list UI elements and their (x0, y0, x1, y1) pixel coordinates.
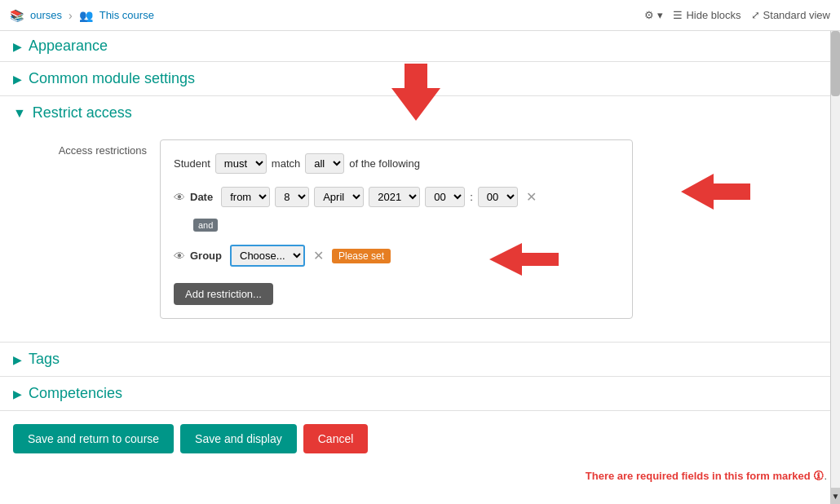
hour-select[interactable]: 00 (425, 187, 465, 207)
this-course-link[interactable]: This course (99, 9, 154, 21)
year-select[interactable]: 2021 (369, 187, 420, 207)
breadcrumb: 📚 ourses › 👥 This course (10, 9, 154, 22)
access-restrictions-row: Access restrictions Student must match a… (13, 139, 827, 319)
access-restrictions-label: Access restrictions (13, 139, 160, 157)
required-fields-msg: There are required fields in this form m… (0, 466, 840, 485)
cancel-btn[interactable]: Cancel (303, 424, 369, 453)
remove-date-btn[interactable]: ✕ (523, 189, 540, 205)
blocks-icon: ☰ (673, 9, 683, 21)
please-set-badge: Please set (332, 249, 391, 263)
scrollbar[interactable]: ▼ (830, 31, 840, 504)
competencies-section-header[interactable]: ▶ Competencies (0, 377, 840, 411)
page-content: ▶ Appearance ▶ Common module settings ▼ … (0, 31, 840, 504)
from-select[interactable]: from (221, 187, 270, 207)
minute-select[interactable]: 00 (478, 187, 518, 207)
eye-icon[interactable]: 👁 (174, 191, 185, 204)
top-bar: 📚 ourses › 👥 This course ⚙ ▾ ☰ Hide bloc… (0, 0, 840, 31)
date-label: Date (190, 191, 213, 203)
top-bar-actions: ⚙ ▾ ☰ Hide blocks ⤢ Standard view (644, 9, 830, 21)
chevron-right-icon-4: ▶ (13, 387, 22, 400)
people-icon: 👥 (79, 9, 93, 22)
group-condition-row: 👁 Group Choose... ✕ Please set (174, 245, 619, 267)
and-badge: and (174, 215, 619, 238)
add-restriction-btn[interactable]: Add restriction... (174, 283, 273, 305)
scroll-thumb[interactable] (831, 31, 840, 96)
expand-icon: ⤢ (751, 9, 760, 21)
group-select[interactable]: Choose... (230, 245, 305, 267)
match-label: match (272, 157, 300, 170)
gear-menu-btn[interactable]: ⚙ ▾ (644, 9, 663, 21)
group-label: Group (190, 250, 222, 262)
courses-icon: 📚 (10, 9, 24, 22)
restrict-access-section: ▼ Restrict access Access restrictions St… (0, 96, 840, 343)
courses-link[interactable]: ourses (30, 9, 62, 21)
of-following-label: of the following (349, 157, 420, 170)
must-select[interactable]: must (215, 153, 267, 174)
restrict-access-body: Access restrictions Student must match a… (0, 130, 840, 342)
chevron-right-icon-3: ▶ (13, 353, 22, 366)
student-match-row: Student must match all of the following (174, 153, 619, 174)
add-restriction-container: Add restriction... (174, 276, 619, 305)
time-separator: : (470, 191, 473, 203)
scroll-down-btn[interactable]: ▼ (831, 488, 840, 504)
chevron-right-icon: ▶ (13, 40, 22, 53)
all-select[interactable]: all (305, 153, 344, 174)
competencies-title: Competencies (29, 385, 122, 402)
eye-icon-2[interactable]: 👁 (174, 250, 185, 263)
action-bar: Save and return to course Save and displ… (0, 411, 840, 466)
remove-group-btn[interactable]: ✕ (310, 248, 327, 263)
gear-icon: ⚙ (644, 9, 654, 21)
student-label: Student (174, 157, 210, 170)
tags-title: Tags (29, 351, 60, 368)
hide-blocks-btn[interactable]: ☰ Hide blocks (673, 9, 741, 21)
save-display-btn[interactable]: Save and display (180, 424, 297, 453)
restrict-access-title: Restrict access (33, 104, 132, 122)
common-module-section-header[interactable]: ▶ Common module settings (0, 62, 840, 96)
appearance-section-header[interactable]: ▶ Appearance (0, 31, 840, 62)
restrict-access-header[interactable]: ▼ Restrict access (0, 96, 840, 130)
month-select[interactable]: April (314, 187, 364, 207)
tags-section-header[interactable]: ▶ Tags (0, 343, 840, 377)
appearance-title: Appearance (29, 38, 108, 55)
day-select[interactable]: 8 (275, 187, 309, 207)
restriction-box: Student must match all of the following … (160, 139, 633, 319)
chevron-down-icon: ▼ (13, 106, 26, 121)
required-icon: 🛈 (813, 470, 824, 482)
standard-view-btn[interactable]: ⤢ Standard view (751, 9, 830, 21)
chevron-right-icon-2: ▶ (13, 73, 22, 86)
date-condition-row: 👁 Date from 8 April 2021 (174, 187, 619, 207)
common-module-title: Common module settings (29, 70, 195, 87)
save-return-btn[interactable]: Save and return to course (13, 424, 174, 453)
